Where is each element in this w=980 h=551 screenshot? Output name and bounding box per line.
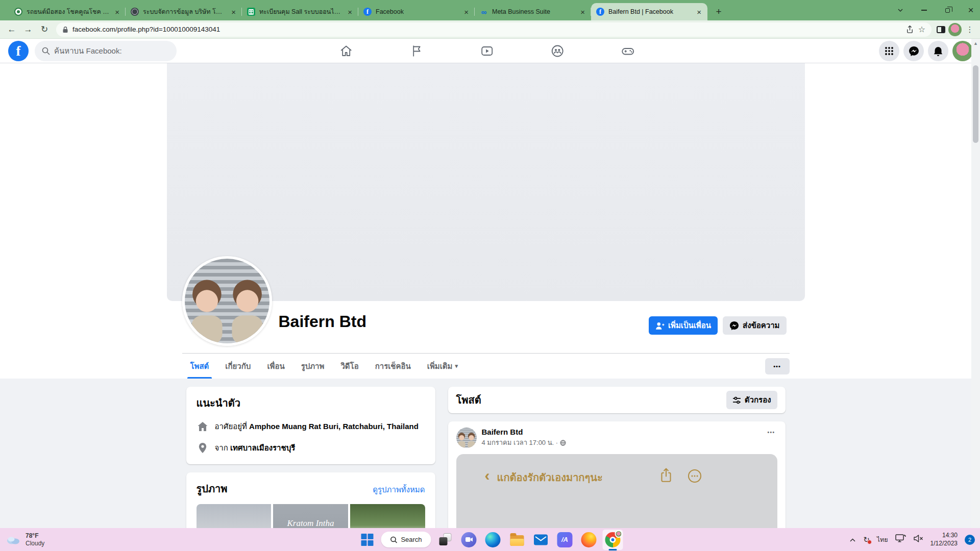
browser-tab-3[interactable]: ทะเบียนคุม Sall ระบบออนไลน์.xlsx - G × [242, 3, 358, 20]
task-view-button[interactable] [435, 530, 455, 550]
posts-title: โพสต์ [456, 392, 481, 408]
meta-favicon: ∞ [480, 8, 488, 16]
tab-about[interactable]: เกี่ยวกับ [217, 354, 259, 379]
browser-menu-icon[interactable]: ⋮ [965, 25, 975, 34]
from-text: จาก เทศบาลเมืองราชบุรี [215, 442, 296, 454]
from-row: จาก เทศบาลเมืองราชบุรี [197, 442, 425, 454]
mail-button[interactable] [531, 530, 551, 550]
photo-thumbnail-1[interactable] [197, 504, 272, 528]
search-icon [390, 536, 397, 543]
close-button[interactable]: × [967, 6, 975, 14]
clock[interactable]: 14:30 1/12/2023 [930, 532, 958, 547]
keyboard-language[interactable]: ไทย [877, 535, 888, 545]
tab-posts[interactable]: โพสต์ [182, 354, 217, 379]
facebook-search[interactable]: ค้นหาบน Facebook: [35, 41, 177, 61]
browser-tab-active[interactable]: f Baifern Btd | Facebook × [591, 3, 707, 20]
profile-picture[interactable] [182, 256, 272, 346]
notifications-bell-icon[interactable] [928, 41, 948, 61]
tab-close-icon[interactable]: × [347, 8, 353, 16]
profile-more-button[interactable]: ••• [765, 358, 790, 374]
address-bar[interactable]: facebook.com/profile.php?id=100010009143… [56, 22, 932, 37]
share-icon[interactable] [905, 25, 914, 34]
browser-profile-avatar[interactable] [948, 23, 962, 36]
app-a-button[interactable]: /A [555, 530, 575, 550]
intro-card: แนะนำตัว อาศัยอยู่ที่ Amphoe Muang Rat B… [186, 387, 435, 464]
tab-more[interactable]: เพิ่มเติม ▾ [419, 354, 466, 379]
notification-badge[interactable]: 2 [965, 535, 975, 545]
apps-grid-icon[interactable] [879, 41, 899, 61]
post-author-name[interactable]: Baifern Btd [482, 428, 761, 436]
restore-button[interactable] [943, 6, 951, 14]
tab-photos[interactable]: รูปภาพ [293, 354, 333, 379]
display-pen-icon[interactable] [895, 534, 906, 545]
watch-icon[interactable] [480, 44, 494, 58]
new-tab-button[interactable]: + [712, 5, 726, 19]
side-panel-icon[interactable] [937, 26, 945, 33]
tab-close-icon[interactable]: × [696, 8, 702, 16]
chrome-button[interactable] [603, 530, 623, 550]
lives-in-row: อาศัยอยู่ที่ Amphoe Muang Rat Buri, Ratc… [197, 420, 425, 433]
tab-videos[interactable]: วิดีโอ [332, 354, 366, 379]
add-friend-button[interactable]: เพิ่มเป็นเพื่อน [649, 316, 718, 335]
firefox-button[interactable] [579, 530, 599, 550]
facebook-right-nav [879, 41, 973, 61]
home-icon[interactable] [339, 44, 353, 58]
edge-button[interactable] [483, 530, 503, 550]
url-text[interactable]: facebook.com/profile.php?id=100010009143… [72, 26, 901, 33]
firefox-icon [581, 532, 597, 547]
tab-title: Facebook [376, 8, 459, 15]
edge-icon [485, 532, 501, 547]
pages-flag-icon[interactable] [409, 44, 424, 58]
gaming-icon[interactable] [621, 44, 635, 58]
tab-close-icon[interactable]: × [230, 8, 237, 16]
tab-friends[interactable]: เพื่อน [259, 354, 292, 379]
messenger-icon[interactable] [903, 41, 924, 61]
car-dealer-favicon [14, 8, 22, 16]
post-menu-icon[interactable]: ••• [765, 428, 777, 437]
browser-tab-1[interactable]: รถยนต์มือสอง โชคคูณโชค อุดรธานี × [9, 3, 126, 20]
tab-close-icon[interactable]: × [579, 8, 586, 16]
task-view-icon [439, 534, 451, 545]
tab-strip: รถยนต์มือสอง โชคคูณโชค อุดรธานี × ระบบจั… [9, 3, 726, 20]
taskbar-search[interactable]: Search [381, 532, 431, 547]
facebook-center-nav [339, 39, 635, 63]
forward-icon[interactable]: → [21, 24, 35, 35]
tab-title: รถยนต์มือสอง โชคคูณโชค อุดรธานี [27, 7, 110, 17]
volume-muted-icon[interactable] [914, 535, 923, 544]
cover-photo[interactable] [167, 63, 805, 301]
home-icon [197, 420, 209, 433]
scrollbar-up-arrow[interactable]: ▲ [971, 41, 980, 46]
browser-tab-4[interactable]: f Facebook × [358, 3, 475, 20]
filters-button[interactable]: ตัวกรอง [726, 391, 777, 409]
window-controls: × [896, 0, 975, 20]
browser-tab-5[interactable]: ∞ Meta Business Suite × [475, 3, 591, 20]
post-author-avatar[interactable] [456, 428, 477, 448]
page-scrollbar[interactable]: ▲ [971, 39, 980, 528]
browser-tab-2[interactable]: ระบบจัดการข้อมูล บริษัท โชคคูณโชค อ × [126, 3, 242, 20]
chevron-down-icon[interactable] [896, 6, 904, 14]
reload-icon[interactable]: ↻ [38, 24, 51, 35]
see-all-photos-link[interactable]: ดูรูปภาพทั้งหมด [373, 484, 425, 496]
app-a-icon: /A [557, 532, 573, 547]
scrollbar-thumb[interactable] [973, 65, 978, 143]
tray-chevron-up-icon[interactable] [849, 535, 856, 544]
facebook-profile-avatar[interactable] [952, 41, 973, 61]
sync-status-icon[interactable]: ↻ [863, 535, 870, 544]
tab-close-icon[interactable]: × [463, 8, 470, 16]
start-button[interactable] [357, 530, 378, 550]
bookmark-star-icon[interactable]: ☆ [918, 24, 925, 34]
weather-widget[interactable]: 78°F Cloudy [5, 528, 44, 551]
minimize-button[interactable] [920, 6, 928, 14]
send-message-button[interactable]: ส่งข้อความ [723, 316, 787, 335]
post-image[interactable]: ‹ แกต้องรักตัวเองมากๆนะ [456, 454, 777, 528]
post-timestamp[interactable]: 4 มกราคม เวลา 17:00 น. · [482, 437, 761, 448]
groups-icon[interactable] [550, 44, 565, 58]
file-explorer-button[interactable] [507, 530, 527, 550]
tab-checkins[interactable]: การเช็คอิน [367, 354, 419, 379]
photo-thumbnail-2[interactable]: Kratom Intha FARM CAFE BY INLATA [273, 504, 348, 528]
back-icon[interactable]: ← [5, 24, 18, 35]
facebook-logo[interactable]: f [8, 41, 29, 61]
tab-close-icon[interactable]: × [114, 8, 120, 16]
photo-thumbnail-3[interactable] [350, 504, 425, 528]
video-call-app-button[interactable] [459, 530, 479, 550]
